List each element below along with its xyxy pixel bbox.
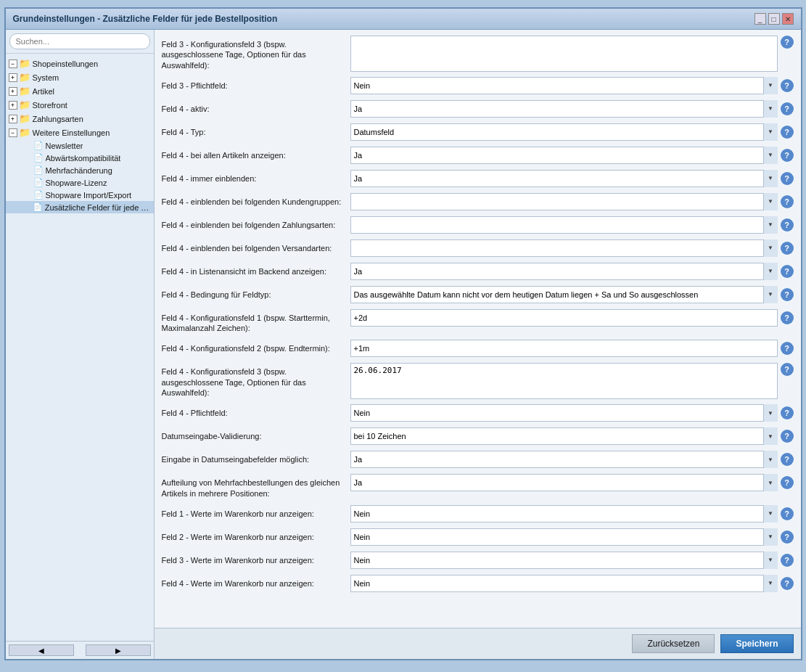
folder-icon: 📁 <box>19 58 30 69</box>
doc-icon: 📄 <box>33 202 43 212</box>
select-feld4_versandarten[interactable] <box>350 239 778 257</box>
help-button-feld2_warenkorb[interactable]: ? <box>781 530 794 544</box>
form-row-feld4_zahlungsarten: Feld 4 - einblenden bei folgenden Zahlun… <box>162 216 794 237</box>
form-label-feld4_kundengruppen: Feld 4 - einblenden bei folgenden Kunden… <box>162 193 350 210</box>
search-input[interactable] <box>9 33 150 49</box>
textarea-feld3_konfig3[interactable] <box>350 36 778 72</box>
help-button-feld4_zahlungsarten[interactable]: ? <box>781 218 794 231</box>
help-button-feld4_immer[interactable]: ? <box>781 172 794 185</box>
help-button-feld3_konfig3[interactable]: ? <box>781 36 794 49</box>
sidebar-item-mehrfach[interactable]: 📄Mehrfachänderung <box>6 164 154 176</box>
select-feld4_typ[interactable]: DatumsfeldTextfeldAuswahlfeld <box>350 123 778 141</box>
sidebar-item-zusaetzlich[interactable]: 📄Zusätzliche Felder für jede Be... <box>6 201 154 213</box>
restore-button[interactable]: □ <box>768 13 780 25</box>
select-feld4_pflicht[interactable]: NeinJa <box>350 404 778 422</box>
sidebar-item-importexport[interactable]: 📄Shopware Import/Export <box>6 189 154 201</box>
select-feld4_warenkorb[interactable]: NeinJa <box>350 575 778 592</box>
input-feld4_konfig1[interactable] <box>350 309 778 327</box>
help-button-feld4_versandarten[interactable]: ? <box>781 242 794 255</box>
collapse-icon[interactable]: − <box>9 128 17 137</box>
help-button-feld4_bedingung[interactable]: ? <box>781 288 794 301</box>
input-feld4_konfig2[interactable] <box>350 340 778 357</box>
form-control-wrap-feld4_immer: JaNein▼? <box>350 170 794 187</box>
help-button-feld3_warenkorb[interactable]: ? <box>781 554 794 567</box>
select-feld4_immer[interactable]: JaNein <box>350 170 778 187</box>
help-button-feld4_alle_artikel[interactable]: ? <box>781 149 794 162</box>
select-feld4_listansicht[interactable]: JaNein <box>350 263 778 280</box>
select-datumseingabe_valid[interactable]: bei 10 ZeichenNein <box>350 427 778 445</box>
save-button[interactable]: Speichern <box>720 634 793 653</box>
form-row-feld3_warenkorb: Feld 3 - Werte im Warenkorb nur anzeigen… <box>162 552 794 572</box>
help-button-feld4_pflicht[interactable]: ? <box>781 406 794 419</box>
select-feld4_alle_artikel[interactable]: JaNein <box>350 147 778 164</box>
select-wrapper-datumseingabe_valid: bei 10 ZeichenNein▼ <box>350 427 778 445</box>
reset-button[interactable]: Zurücksetzen <box>632 634 715 653</box>
help-button-feld4_konfig3[interactable]: ? <box>781 363 794 376</box>
form-row-feld2_warenkorb: Feld 2 - Werte im Warenkorb nur anzeigen… <box>162 528 794 549</box>
select-wrapper-feld4_kundengruppen: ▼ <box>350 193 778 210</box>
help-button-feld4_listansicht[interactable]: ? <box>781 265 794 278</box>
help-button-eingabe_datum[interactable]: ? <box>781 453 794 466</box>
sidebar-item-abwaerts[interactable]: 📄Abwärtskompatibilität <box>6 152 154 164</box>
help-button-feld1_warenkorb[interactable]: ? <box>781 507 794 520</box>
select-feld3_warenkorb[interactable]: NeinJa <box>350 552 778 569</box>
sidebar-item-weitere[interactable]: −📁Weitere Einstellungen <box>6 126 154 139</box>
sidebar-item-system[interactable]: +📁System <box>6 70 154 84</box>
form-row-eingabe_datum: Eingabe in Datumseingabefelder möglich:J… <box>162 451 794 471</box>
help-button-feld3_pflicht[interactable]: ? <box>781 79 794 92</box>
select-wrapper-feld4_zahlungsarten: ▼ <box>350 216 778 234</box>
help-button-feld4_konfig1[interactable]: ? <box>781 311 794 324</box>
form-row-feld4_immer: Feld 4 - immer einblenden:JaNein▼? <box>162 170 794 190</box>
select-feld4_kundengruppen[interactable] <box>350 193 778 210</box>
sidebar-item-newsletter[interactable]: 📄Newsletter <box>6 139 154 152</box>
doc-icon: 📄 <box>33 165 44 175</box>
content-scroll[interactable]: Feld 3 - Konfigurationsfeld 3 (bspw. aus… <box>155 30 801 628</box>
form-label-feld4_konfig2: Feld 4 - Konfigurationsfeld 2 (bspw. End… <box>162 340 350 357</box>
title-bar: Grundeinstellungen - Zusätzliche Felder … <box>6 9 801 30</box>
select-feld4_zahlungsarten[interactable] <box>350 216 778 234</box>
scroll-right-button[interactable]: ▶ <box>86 644 151 656</box>
form-control-wrap-feld2_warenkorb: NeinJa▼? <box>350 528 794 546</box>
select-feld2_warenkorb[interactable]: NeinJa <box>350 528 778 546</box>
sidebar-item-zahlungsarten[interactable]: +📁Zahlungsarten <box>6 112 154 126</box>
sidebar-item-lizenz[interactable]: 📄Shopware-Lizenz <box>6 176 154 189</box>
select-feld1_warenkorb[interactable]: NeinJa <box>350 505 778 523</box>
help-button-feld4_typ[interactable]: ? <box>781 126 794 139</box>
textarea-feld4_konfig3[interactable] <box>350 363 778 399</box>
expand-icon[interactable]: + <box>9 73 17 82</box>
help-button-aufteilung[interactable]: ? <box>781 476 794 489</box>
help-button-datumseingabe_valid[interactable]: ? <box>781 430 794 443</box>
scroll-left-button[interactable]: ◀ <box>9 644 74 656</box>
form-label-feld3_pflicht: Feld 3 - Pflichtfeld: <box>162 77 350 94</box>
form-control-wrap-feld4_warenkorb: NeinJa▼? <box>350 575 794 592</box>
expand-icon[interactable]: + <box>9 115 17 123</box>
select-wrapper-feld4_versandarten: ▼ <box>350 239 778 257</box>
collapse-icon[interactable]: − <box>9 60 17 68</box>
select-wrapper-feld4_immer: JaNein▼ <box>350 170 778 187</box>
sidebar-item-label-importexport: Shopware Import/Export <box>46 191 132 200</box>
select-feld4_aktiv[interactable]: JaNein <box>350 100 778 118</box>
folder-icon: 📁 <box>19 86 30 97</box>
sidebar-item-shopeinstellungen[interactable]: −📁Shopeinstellungen <box>6 57 154 70</box>
form-label-feld4_alle_artikel: Feld 4 - bei allen Artikeln anzeigen: <box>162 147 350 164</box>
sidebar-item-storefront[interactable]: +📁Storefront <box>6 98 154 112</box>
help-button-feld4_kundengruppen[interactable]: ? <box>781 195 794 208</box>
expand-icon[interactable]: + <box>9 87 17 96</box>
sidebar-item-artikel[interactable]: +📁Artikel <box>6 84 154 98</box>
close-button[interactable]: ✕ <box>782 13 794 25</box>
help-button-feld4_konfig2[interactable]: ? <box>781 342 794 355</box>
help-button-feld4_aktiv[interactable]: ? <box>781 102 794 115</box>
help-button-feld4_warenkorb[interactable]: ? <box>781 577 794 590</box>
form-control-wrap-feld4_versandarten: ▼? <box>350 239 794 257</box>
form-label-feld4_konfig3: Feld 4 - Konfigurationsfeld 3 (bspw. aus… <box>162 363 350 401</box>
select-aufteilung[interactable]: JaNein <box>350 474 778 491</box>
folder-icon: 📁 <box>19 113 30 124</box>
form-control-wrap-eingabe_datum: JaNein▼? <box>350 451 794 468</box>
expand-icon[interactable]: + <box>9 101 17 110</box>
select-feld3_pflicht[interactable]: NeinJa <box>350 77 778 94</box>
select-eingabe_datum[interactable]: JaNein <box>350 451 778 468</box>
select-wrapper-feld4_warenkorb: NeinJa▼ <box>350 575 778 592</box>
select-feld4_bedingung[interactable]: Das ausgewählte Datum kann nicht vor dem… <box>350 286 778 303</box>
minimize-button[interactable]: _ <box>754 13 766 25</box>
sidebar-item-label-system: System <box>33 73 59 82</box>
